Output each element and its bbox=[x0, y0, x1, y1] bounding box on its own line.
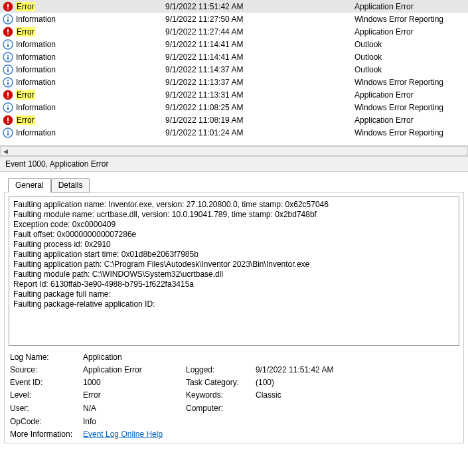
event-row[interactable]: Information9/1/2022 11:14:41 AMOutlook bbox=[0, 50, 468, 63]
error-icon bbox=[3, 90, 13, 100]
tab-strip: General Details bbox=[8, 178, 468, 193]
svg-rect-11 bbox=[7, 44, 9, 47]
description-line: Faulting module name: ucrtbase.dll, vers… bbox=[13, 210, 455, 220]
description-line: Faulting package full name: bbox=[13, 289, 455, 299]
svg-point-29 bbox=[7, 121, 9, 123]
label-user: User: bbox=[10, 404, 83, 413]
info-icon bbox=[3, 77, 13, 88]
svg-point-8 bbox=[7, 33, 9, 35]
svg-rect-7 bbox=[7, 29, 9, 33]
event-description: Faulting application name: Inventor.exe,… bbox=[9, 197, 459, 346]
event-row[interactable]: Error9/1/2022 11:08:19 AMApplication Err… bbox=[0, 114, 468, 126]
event-date: 9/1/2022 11:13:37 AM bbox=[165, 78, 354, 87]
description-line: Report Id: 6130ffab-3e90-4988-b795-1f622… bbox=[13, 279, 455, 289]
label-source: Source: bbox=[10, 365, 83, 374]
event-level: Information bbox=[16, 128, 165, 137]
value-user: N/A bbox=[83, 404, 186, 413]
event-list[interactable]: Error9/1/2022 11:51:42 AMApplication Err… bbox=[0, 0, 468, 146]
svg-point-10 bbox=[7, 41, 9, 42]
event-date: 9/1/2022 11:14:41 AM bbox=[165, 52, 354, 62]
info-icon bbox=[3, 14, 13, 25]
tab-general[interactable]: General bbox=[8, 178, 51, 193]
error-icon bbox=[3, 27, 13, 37]
description-line: Faulting application name: Inventor.exe,… bbox=[13, 200, 455, 210]
svg-rect-22 bbox=[7, 92, 9, 96]
svg-point-16 bbox=[7, 66, 9, 68]
value-taskcat: (100) bbox=[256, 378, 458, 387]
event-source: Outlook bbox=[354, 40, 468, 49]
svg-rect-17 bbox=[7, 69, 9, 72]
event-source: Application Error bbox=[354, 116, 468, 125]
label-eventid: Event ID: bbox=[10, 378, 83, 387]
computer-redacted-box bbox=[256, 403, 405, 414]
info-icon bbox=[3, 39, 13, 50]
event-source: Windows Error Reporting bbox=[354, 15, 468, 24]
svg-rect-5 bbox=[7, 19, 9, 22]
event-source: Outlook bbox=[354, 65, 468, 74]
event-source: Outlook bbox=[354, 52, 468, 62]
event-date: 9/1/2022 11:08:25 AM bbox=[165, 103, 354, 112]
event-source: Application Error bbox=[354, 27, 468, 37]
svg-point-2 bbox=[7, 8, 9, 9]
label-taskcat: Task Category: bbox=[186, 378, 256, 387]
error-icon bbox=[3, 115, 13, 125]
description-line: Faulting process id: 0x2910 bbox=[13, 240, 455, 250]
value-opcode: Info bbox=[83, 417, 458, 426]
event-source: Windows Error Reporting bbox=[354, 103, 468, 112]
svg-rect-1 bbox=[7, 3, 9, 7]
error-icon bbox=[3, 1, 13, 12]
event-source: Application Error bbox=[354, 90, 468, 100]
description-line: Faulting package-relative application ID… bbox=[13, 299, 455, 309]
event-date: 9/1/2022 11:01:24 AM bbox=[165, 128, 354, 137]
event-level: Information bbox=[16, 15, 165, 24]
value-computer bbox=[256, 403, 458, 414]
svg-rect-32 bbox=[7, 132, 9, 135]
event-row[interactable]: Information9/1/2022 11:14:37 AMOutlook bbox=[0, 63, 468, 76]
event-source: Application Error bbox=[354, 2, 468, 11]
svg-point-23 bbox=[7, 96, 9, 98]
info-icon bbox=[3, 127, 13, 138]
svg-point-4 bbox=[7, 16, 9, 17]
description-line: Faulting module path: C:\WINDOWS\System3… bbox=[13, 270, 455, 279]
event-date: 9/1/2022 11:14:37 AM bbox=[165, 65, 354, 74]
label-moreinfo: More Information: bbox=[10, 430, 83, 439]
svg-point-25 bbox=[7, 104, 9, 106]
event-row[interactable]: Error9/1/2022 11:51:42 AMApplication Err… bbox=[0, 0, 468, 13]
label-opcode: OpCode: bbox=[10, 417, 83, 426]
tab-content-general: Faulting application name: Inventor.exe,… bbox=[4, 192, 464, 443]
event-level: Information bbox=[16, 103, 165, 112]
svg-point-31 bbox=[7, 129, 9, 131]
event-row[interactable]: Information9/1/2022 11:13:37 AMWindows E… bbox=[0, 76, 468, 88]
label-keywords: Keywords: bbox=[186, 390, 256, 400]
value-keywords: Classic bbox=[256, 390, 458, 400]
info-icon bbox=[3, 64, 13, 75]
event-date: 9/1/2022 11:14:41 AM bbox=[165, 40, 354, 49]
event-row[interactable]: Information9/1/2022 11:01:24 AMWindows E… bbox=[0, 126, 468, 139]
tab-details[interactable]: Details bbox=[51, 178, 90, 193]
svg-rect-28 bbox=[7, 117, 9, 121]
svg-rect-14 bbox=[7, 56, 9, 60]
event-date: 9/1/2022 11:51:42 AM bbox=[165, 2, 354, 11]
svg-point-13 bbox=[7, 54, 9, 55]
description-line: Faulting application start time: 0x01d8b… bbox=[13, 250, 455, 260]
event-level: Information bbox=[16, 65, 165, 74]
event-source: Windows Error Reporting bbox=[354, 78, 468, 87]
event-date: 9/1/2022 11:27:50 AM bbox=[165, 15, 354, 24]
event-row[interactable]: Error9/1/2022 11:27:44 AMApplication Err… bbox=[0, 25, 468, 38]
event-row[interactable]: Error9/1/2022 11:13:31 AMApplication Err… bbox=[0, 88, 468, 101]
event-level: Error bbox=[16, 27, 165, 37]
value-log-name: Application bbox=[83, 353, 458, 362]
scroll-left-icon[interactable]: ◀ bbox=[1, 147, 11, 155]
horizontal-scrollbar[interactable]: ◀ bbox=[0, 146, 468, 156]
event-date: 9/1/2022 11:13:31 AM bbox=[165, 90, 354, 100]
event-header: Event 1000, Application Error bbox=[0, 156, 468, 172]
event-level: Error bbox=[16, 116, 165, 125]
event-row[interactable]: Information9/1/2022 11:14:41 AMOutlook bbox=[0, 38, 468, 50]
event-row[interactable]: Information9/1/2022 11:08:25 AMWindows E… bbox=[0, 101, 468, 114]
event-level: Error bbox=[16, 90, 165, 100]
event-log-online-help-link[interactable]: Event Log Online Help bbox=[83, 430, 163, 439]
event-metadata: Log Name: Application Source: Applicatio… bbox=[9, 353, 459, 439]
event-source: Windows Error Reporting bbox=[354, 128, 468, 137]
value-level: Error bbox=[83, 390, 186, 400]
event-row[interactable]: Information9/1/2022 11:27:50 AMWindows E… bbox=[0, 13, 468, 25]
